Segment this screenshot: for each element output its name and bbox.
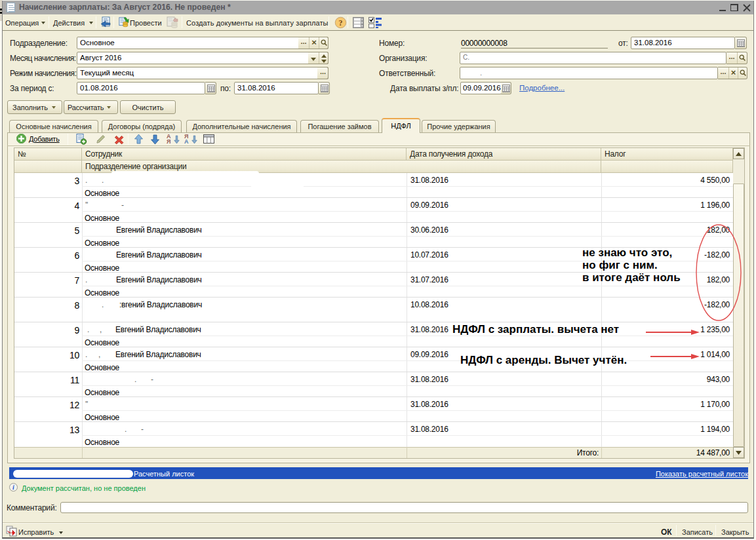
svg-text:i: i: [12, 484, 14, 491]
svg-text:?: ?: [339, 18, 343, 28]
